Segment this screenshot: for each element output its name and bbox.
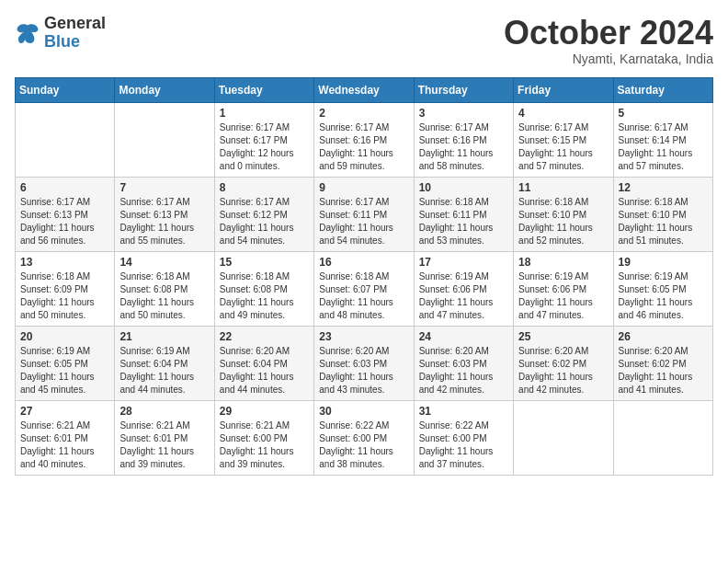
- cell-info: Sunrise: 6:19 AM Sunset: 6:05 PM Dayligh…: [20, 345, 109, 396]
- cell-info: Sunrise: 6:18 AM Sunset: 6:10 PM Dayligh…: [619, 196, 708, 247]
- calendar-cell: 1 Sunrise: 6:17 AM Sunset: 6:17 PM Dayli…: [214, 102, 313, 177]
- page-header: General Blue October 2024 Nyamti, Karnat…: [15, 15, 713, 66]
- daylight-text: Daylight: 11 hours and 38 minutes.: [319, 446, 393, 469]
- sunrise-text: Sunrise: 6:20 AM: [319, 346, 389, 356]
- cell-info: Sunrise: 6:17 AM Sunset: 6:11 PM Dayligh…: [319, 196, 408, 247]
- day-number: 7: [119, 181, 209, 194]
- sunrise-text: Sunrise: 6:18 AM: [619, 197, 688, 207]
- sunrise-text: Sunrise: 6:18 AM: [319, 271, 389, 282]
- cell-info: Sunrise: 6:21 AM Sunset: 6:01 PM Dayligh…: [119, 419, 209, 471]
- cell-info: Sunrise: 6:17 AM Sunset: 6:15 PM Dayligh…: [518, 121, 608, 173]
- daylight-text: Daylight: 11 hours and 50 minutes.: [20, 297, 95, 320]
- sunrise-text: Sunrise: 6:17 AM: [419, 122, 489, 132]
- day-number: 23: [319, 330, 408, 343]
- sunrise-text: Sunrise: 6:17 AM: [119, 197, 189, 207]
- sunset-text: Sunset: 6:16 PM: [419, 135, 487, 145]
- day-number: 5: [619, 107, 708, 120]
- calendar-cell: 13 Sunrise: 6:18 AM Sunset: 6:09 PM Dayl…: [16, 251, 115, 326]
- sunrise-text: Sunrise: 6:18 AM: [419, 197, 489, 207]
- sunrise-text: Sunrise: 6:19 AM: [518, 271, 588, 282]
- sunset-text: Sunset: 6:16 PM: [319, 135, 387, 145]
- calendar-cell: 21 Sunrise: 6:19 AM Sunset: 6:04 PM Dayl…: [115, 326, 214, 400]
- cell-info: Sunrise: 6:20 AM Sunset: 6:03 PM Dayligh…: [419, 345, 508, 396]
- daylight-text: Daylight: 12 hours and 0 minutes.: [220, 148, 294, 171]
- day-number: 4: [518, 107, 608, 120]
- header-cell-monday: Monday: [115, 77, 214, 102]
- sunset-text: Sunset: 6:01 PM: [119, 433, 188, 443]
- sunset-text: Sunset: 6:00 PM: [220, 433, 288, 443]
- day-number: 14: [119, 256, 209, 269]
- cell-info: Sunrise: 6:17 AM Sunset: 6:16 PM Dayligh…: [319, 121, 408, 173]
- day-number: 31: [419, 405, 508, 418]
- calendar-header: SundayMondayTuesdayWednesdayThursdayFrid…: [16, 77, 713, 102]
- day-number: 16: [319, 256, 408, 269]
- day-number: 28: [119, 405, 209, 418]
- daylight-text: Daylight: 11 hours and 44 minutes.: [220, 372, 294, 395]
- sunset-text: Sunset: 6:17 PM: [220, 135, 288, 145]
- sunset-text: Sunset: 6:14 PM: [619, 135, 687, 145]
- calendar-cell: 25 Sunrise: 6:20 AM Sunset: 6:02 PM Dayl…: [514, 326, 613, 400]
- sunrise-text: Sunrise: 6:18 AM: [119, 271, 189, 282]
- sunrise-text: Sunrise: 6:17 AM: [319, 122, 389, 132]
- calendar-cell: 3 Sunrise: 6:17 AM Sunset: 6:16 PM Dayli…: [414, 102, 513, 177]
- cell-info: Sunrise: 6:21 AM Sunset: 6:01 PM Dayligh…: [20, 419, 109, 471]
- calendar-cell: 28 Sunrise: 6:21 AM Sunset: 6:01 PM Dayl…: [115, 400, 214, 475]
- day-number: 21: [119, 330, 209, 343]
- sunset-text: Sunset: 6:10 PM: [619, 210, 687, 220]
- calendar-cell: 9 Sunrise: 6:17 AM Sunset: 6:11 PM Dayli…: [314, 177, 414, 251]
- daylight-text: Daylight: 11 hours and 56 minutes.: [20, 223, 95, 246]
- sunset-text: Sunset: 6:06 PM: [518, 284, 586, 294]
- day-number: 17: [419, 256, 508, 269]
- calendar-cell: 24 Sunrise: 6:20 AM Sunset: 6:03 PM Dayl…: [414, 326, 513, 400]
- day-number: 2: [319, 107, 408, 120]
- header-cell-thursday: Thursday: [414, 77, 513, 102]
- sunrise-text: Sunrise: 6:17 AM: [619, 122, 688, 132]
- daylight-text: Daylight: 11 hours and 54 minutes.: [220, 223, 294, 246]
- cell-info: Sunrise: 6:21 AM Sunset: 6:00 PM Dayligh…: [220, 419, 309, 471]
- cell-info: Sunrise: 6:18 AM Sunset: 6:08 PM Dayligh…: [119, 270, 209, 322]
- day-number: 1: [220, 107, 309, 120]
- calendar-week-1: 1 Sunrise: 6:17 AM Sunset: 6:17 PM Dayli…: [16, 102, 713, 177]
- day-number: 8: [220, 181, 309, 194]
- sunset-text: Sunset: 6:10 PM: [518, 210, 586, 220]
- sunset-text: Sunset: 6:08 PM: [119, 284, 188, 294]
- sunset-text: Sunset: 6:08 PM: [220, 284, 288, 294]
- day-number: 26: [619, 330, 708, 343]
- daylight-text: Daylight: 11 hours and 42 minutes.: [419, 372, 494, 395]
- cell-info: Sunrise: 6:22 AM Sunset: 6:00 PM Dayligh…: [319, 419, 408, 471]
- cell-info: Sunrise: 6:17 AM Sunset: 6:13 PM Dayligh…: [20, 196, 109, 247]
- daylight-text: Daylight: 11 hours and 41 minutes.: [619, 372, 693, 395]
- sunset-text: Sunset: 6:13 PM: [119, 210, 188, 220]
- daylight-text: Daylight: 11 hours and 54 minutes.: [319, 223, 393, 246]
- calendar-cell: 8 Sunrise: 6:17 AM Sunset: 6:12 PM Dayli…: [214, 177, 313, 251]
- calendar-cell: 22 Sunrise: 6:20 AM Sunset: 6:04 PM Dayl…: [214, 326, 313, 400]
- sunrise-text: Sunrise: 6:19 AM: [419, 271, 489, 282]
- day-number: 9: [319, 181, 408, 194]
- header-cell-friday: Friday: [514, 77, 613, 102]
- sunset-text: Sunset: 6:00 PM: [319, 433, 387, 443]
- day-number: 18: [518, 256, 608, 269]
- calendar-cell: [613, 400, 712, 475]
- daylight-text: Daylight: 11 hours and 57 minutes.: [619, 148, 693, 171]
- calendar-cell: 4 Sunrise: 6:17 AM Sunset: 6:15 PM Dayli…: [514, 102, 613, 177]
- sunrise-text: Sunrise: 6:17 AM: [319, 197, 389, 207]
- calendar-cell: 6 Sunrise: 6:17 AM Sunset: 6:13 PM Dayli…: [16, 177, 115, 251]
- cell-info: Sunrise: 6:19 AM Sunset: 6:06 PM Dayligh…: [518, 270, 608, 322]
- day-number: 6: [20, 181, 109, 194]
- daylight-text: Daylight: 11 hours and 57 minutes.: [518, 148, 593, 171]
- calendar-cell: 30 Sunrise: 6:22 AM Sunset: 6:00 PM Dayl…: [314, 400, 414, 475]
- calendar-cell: 14 Sunrise: 6:18 AM Sunset: 6:08 PM Dayl…: [115, 251, 214, 326]
- header-cell-wednesday: Wednesday: [314, 77, 414, 102]
- sunrise-text: Sunrise: 6:19 AM: [119, 346, 189, 356]
- daylight-text: Daylight: 11 hours and 44 minutes.: [119, 372, 194, 395]
- logo-icon: [15, 20, 40, 46]
- calendar-cell: 20 Sunrise: 6:19 AM Sunset: 6:05 PM Dayl…: [16, 326, 115, 400]
- header-cell-sunday: Sunday: [16, 77, 115, 102]
- calendar-week-4: 20 Sunrise: 6:19 AM Sunset: 6:05 PM Dayl…: [16, 326, 713, 400]
- cell-info: Sunrise: 6:18 AM Sunset: 6:11 PM Dayligh…: [419, 196, 508, 247]
- sunset-text: Sunset: 6:09 PM: [20, 284, 88, 294]
- day-number: 22: [220, 330, 309, 343]
- calendar-cell: [16, 102, 115, 177]
- calendar-cell: 16 Sunrise: 6:18 AM Sunset: 6:07 PM Dayl…: [314, 251, 414, 326]
- sunset-text: Sunset: 6:07 PM: [319, 284, 387, 294]
